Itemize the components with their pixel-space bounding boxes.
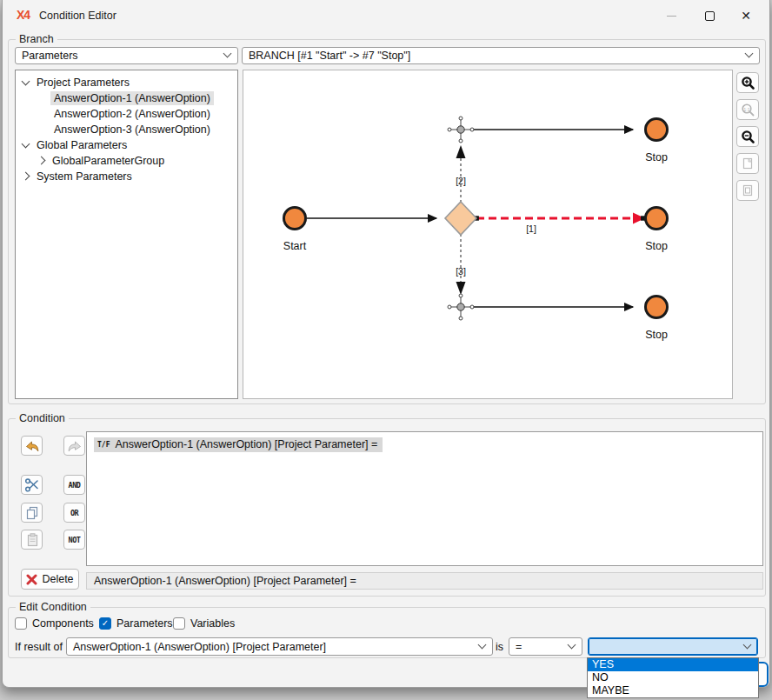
zoom-out-button[interactable] (736, 126, 759, 147)
chevron-collapsed-icon[interactable] (37, 157, 46, 165)
scissors-icon (24, 478, 39, 492)
tree-item-label: AnswerOption-2 (AnswerOption) (54, 108, 210, 120)
svg-text:Stop: Stop (645, 329, 668, 341)
parameters-checkbox-label: Parameters (116, 617, 173, 630)
chevron-expanded-icon[interactable] (22, 139, 30, 148)
tree-item-system-parameters[interactable]: System Parameters (23, 169, 132, 183)
delete-button[interactable]: Delete (21, 569, 79, 590)
minimize-button[interactable] (653, 3, 689, 28)
dropdown-option-yes[interactable]: YES (588, 658, 758, 671)
variables-checkbox-label: Variables (190, 617, 235, 630)
junction-marker-top[interactable] (448, 117, 474, 143)
delete-button-label: Delete (42, 573, 73, 585)
paste-button[interactable] (21, 530, 43, 550)
components-checkbox-label: Components (32, 617, 94, 630)
maximize-icon (705, 11, 715, 21)
fit-selection-icon (741, 183, 755, 197)
minimize-icon (667, 16, 676, 17)
tree-item-global-parameters[interactable]: Global Parameters (23, 137, 127, 152)
operator-select[interactable]: = (509, 637, 582, 656)
tree-item-answeroption-1[interactable]: AnswerOption-1 (AnswerOption) (50, 90, 214, 105)
or-button[interactable]: OR (63, 503, 85, 523)
branch-mode-select[interactable]: Parameters (15, 47, 238, 64)
zoom-in-icon (741, 76, 755, 90)
tree-item-answeroption-2[interactable]: AnswerOption-2 (AnswerOption) (54, 106, 210, 121)
window-title: Condition Editor (39, 10, 116, 22)
redo-button[interactable] (63, 436, 85, 456)
stop-node-middle[interactable]: Stop (645, 208, 668, 253)
maximize-button[interactable] (691, 3, 728, 28)
fit-selection-button[interactable] (736, 180, 759, 201)
and-button[interactable]: AND (63, 475, 85, 495)
variables-checkbox[interactable]: Variables (173, 617, 235, 630)
checkbox-unchecked-icon[interactable] (15, 617, 27, 630)
decision-diamond[interactable] (445, 202, 476, 235)
edge-1-selected[interactable] (475, 213, 646, 224)
checkbox-unchecked-icon[interactable] (173, 617, 185, 630)
svg-text:Stop: Stop (645, 240, 668, 252)
svg-text:1:1: 1:1 (743, 106, 750, 111)
branch-select-value: BRANCH [#1 "Start" -> #7 "Stop"] (249, 50, 410, 62)
tree-item-label: System Parameters (37, 170, 132, 183)
parameters-checkbox[interactable]: ✓ Parameters (99, 617, 173, 630)
edge-1-label: [1] (526, 223, 536, 234)
chevron-down-icon (745, 50, 754, 58)
redo-icon (67, 439, 83, 453)
tree-item-globalparametergroup[interactable]: GlobalParameterGroup (38, 153, 164, 168)
tree-item-answeroption-3[interactable]: AnswerOption-3 (AnswerOption) (54, 122, 210, 137)
stop-node-top[interactable]: Stop (645, 119, 668, 164)
chevron-expanded-icon[interactable] (22, 77, 30, 85)
dropdown-option-no[interactable]: NO (588, 671, 758, 684)
delete-x-icon (26, 574, 37, 585)
chevron-down-icon (568, 640, 576, 649)
fit-page-button[interactable] (736, 153, 759, 174)
tree-item-label: GlobalParameterGroup (52, 155, 164, 167)
chevron-down-icon (478, 640, 487, 649)
condition-summary-text: AnswerOption-1 (AnswerOption) [Project P… (94, 575, 356, 587)
branch-diagram-canvas[interactable]: Start Stop Stop Stop [1] (243, 70, 733, 399)
zoom-actual-size-button[interactable]: 1:1 (736, 99, 759, 120)
parameter-tree: Project Parameters AnswerOption-1 (Answe… (15, 70, 238, 399)
paste-icon (25, 533, 39, 547)
result-parameter-select[interactable]: AnswerOption-1 (AnswerOption) [Project P… (66, 637, 493, 656)
and-button-label: AND (69, 481, 81, 490)
condition-expression-chip[interactable]: T/F AnswerOption-1 (AnswerOption) [Proje… (94, 437, 383, 452)
edge-2-label: [2] (456, 176, 466, 186)
chevron-collapsed-icon[interactable] (22, 172, 30, 181)
boolean-type-icon: T/F (97, 441, 110, 449)
value-select-dropdown-list: YES NO MAYBE (587, 657, 759, 698)
not-button[interactable]: NOT (63, 530, 85, 550)
dropdown-option-maybe[interactable]: MAYBE (588, 684, 758, 697)
condition-summary-field: AnswerOption-1 (AnswerOption) [Project P… (86, 572, 763, 590)
result-parameter-value: AnswerOption-1 (AnswerOption) [Project P… (73, 641, 326, 653)
branch-select[interactable]: BRANCH [#1 "Start" -> #7 "Stop"] (242, 47, 760, 64)
condition-editor-window: X4 Condition Editor ✕ Branch Parameters … (2, 0, 770, 688)
zoom-in-button[interactable] (736, 72, 759, 93)
cut-button[interactable] (21, 475, 43, 495)
start-node[interactable]: Start (283, 208, 307, 253)
value-select[interactable] (588, 637, 758, 656)
edit-condition-group: Edit Condition Components ✓ Parameters V… (8, 607, 766, 658)
is-label: is (496, 641, 503, 653)
stop-node-bottom[interactable]: Stop (645, 297, 668, 342)
svg-text:Stop: Stop (645, 151, 668, 163)
copy-button[interactable] (21, 503, 43, 523)
zoom-one-to-one-icon: 1:1 (741, 103, 755, 117)
tree-item-label: AnswerOption-3 (AnswerOption) (54, 123, 210, 136)
condition-group: Condition AND (8, 418, 766, 597)
close-button[interactable]: ✕ (728, 3, 764, 28)
or-button-label: OR (70, 509, 78, 517)
tree-item-project-parameters[interactable]: Project Parameters (23, 75, 130, 90)
condition-group-label: Condition (16, 412, 69, 424)
tree-item-label: Global Parameters (37, 139, 127, 151)
components-checkbox[interactable]: Components (15, 617, 94, 630)
condition-expression-area[interactable]: T/F AnswerOption-1 (AnswerOption) [Proje… (86, 431, 763, 566)
if-result-of-label: If result of (15, 641, 63, 653)
tree-item-label: Project Parameters (37, 77, 130, 89)
checkbox-checked-icon[interactable]: ✓ (99, 617, 111, 630)
svg-text:Start: Start (283, 240, 307, 252)
branch-mode-value: Parameters (22, 50, 78, 62)
undo-button[interactable] (21, 436, 43, 456)
undo-icon (24, 439, 40, 453)
junction-marker-bottom[interactable] (448, 294, 474, 320)
